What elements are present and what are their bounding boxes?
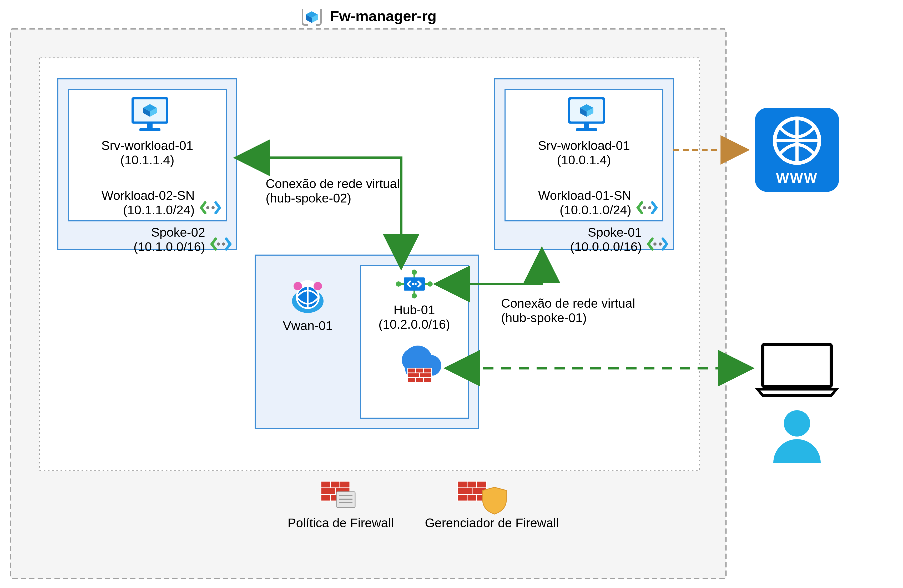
- spoke2-vm-ip: (10.1.1.4): [120, 153, 174, 167]
- legend-manager-label: Gerenciador de Firewall: [425, 516, 559, 530]
- spoke2-subnet-cidr: (10.1.1.0/24): [123, 203, 195, 217]
- user-icon: [773, 410, 821, 463]
- resource-group-title: Fw-manager-rg: [330, 8, 437, 24]
- spoke2-subnet-name: Workload-02-SN: [102, 189, 195, 203]
- conn-right-line2: (hub-spoke-01): [501, 311, 587, 325]
- vwan-name: Vwan-01: [283, 319, 332, 333]
- spoke1-vnet-name: Spoke-01: [588, 225, 642, 239]
- svg-point-51: [784, 410, 810, 437]
- spoke1-subnet-name: Workload-01-SN: [538, 189, 631, 203]
- internet-www-label: WWW: [776, 170, 818, 186]
- hub-name: Hub-01: [393, 303, 435, 317]
- svg-point-39: [415, 283, 417, 285]
- svg-point-10: [206, 206, 209, 209]
- svg-rect-50: [763, 344, 831, 387]
- svg-point-27: [294, 282, 302, 290]
- legend-policy-label: Política de Firewall: [288, 516, 394, 530]
- svg-point-11: [211, 206, 215, 209]
- spoke1-vm-ip: (10.0.1.4): [557, 153, 611, 167]
- internet-www-icon: WWW: [755, 108, 839, 192]
- svg-point-21: [643, 206, 646, 209]
- laptop-icon: [758, 344, 837, 396]
- conn-right-line1: Conexão de rede virtual: [501, 296, 635, 310]
- svg-rect-9: [139, 128, 160, 131]
- spoke1-subnet-cidr: (10.0.1.0/24): [560, 203, 631, 217]
- resource-group-icon: [302, 9, 321, 25]
- conn-left-line1: Conexão de rede virtual: [266, 177, 400, 191]
- svg-point-28: [313, 282, 322, 290]
- spoke1-vm-name: Srv-workload-01: [538, 138, 630, 153]
- svg-point-38: [412, 283, 414, 285]
- svg-point-13: [222, 242, 225, 245]
- spoke2-vm-name: Srv-workload-01: [101, 138, 193, 153]
- hub-cidr: (10.2.0.0/16): [379, 318, 450, 331]
- svg-point-24: [659, 242, 662, 245]
- spoke1-vnet-cidr: (10.0.0.0/16): [570, 240, 642, 254]
- svg-rect-8: [147, 124, 153, 129]
- svg-point-23: [653, 242, 656, 245]
- svg-rect-20: [576, 128, 597, 131]
- svg-rect-19: [584, 124, 589, 129]
- spoke2-vnet-cidr: (10.1.0.0/16): [134, 240, 205, 254]
- svg-point-22: [648, 206, 651, 209]
- conn-left-line2: (hub-spoke-02): [266, 191, 351, 205]
- svg-point-12: [217, 242, 220, 245]
- spoke2-vnet-name: Spoke-02: [151, 225, 205, 239]
- vwan-icon: [292, 280, 324, 313]
- diagram-canvas: Fw-manager-rg Srv-workload-01 (10.1.1.4)…: [0, 0, 903, 588]
